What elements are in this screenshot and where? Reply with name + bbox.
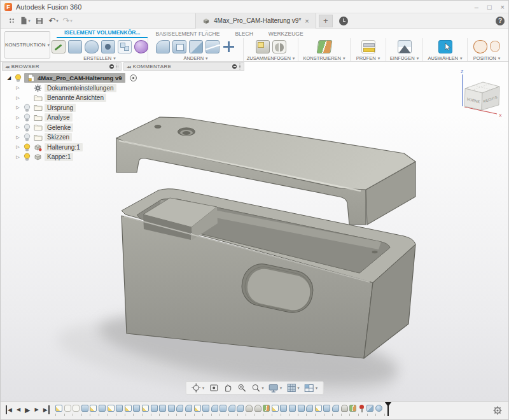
visibility-bulb-icon[interactable] bbox=[15, 74, 22, 82]
revolve-icon[interactable] bbox=[85, 40, 99, 53]
create-dropdown[interactable]: ERSTELLEN▾ bbox=[83, 55, 115, 61]
timeline-feature-fillet-icon[interactable] bbox=[306, 405, 313, 412]
viewports-button[interactable]: ▾ bbox=[304, 384, 318, 393]
panel-resize-grip[interactable] bbox=[239, 64, 241, 69]
construct-dropdown[interactable]: KONSTRUIEREN▾ bbox=[303, 55, 345, 61]
timeline-feature-combine-icon[interactable] bbox=[366, 405, 373, 412]
shell-icon[interactable] bbox=[172, 40, 186, 53]
tree-item[interactable]: ▷ Gelenke bbox=[15, 123, 137, 133]
tree-item-label[interactable]: Halterung:1 bbox=[45, 143, 83, 151]
look-at-button[interactable] bbox=[209, 383, 218, 393]
skip-to-start-button[interactable]: ◀ bbox=[6, 405, 12, 414]
inspect-dropdown[interactable]: PRÜFEN▾ bbox=[356, 55, 380, 61]
timeline-settings-gear-icon[interactable] bbox=[493, 406, 502, 415]
combine-icon[interactable] bbox=[189, 40, 203, 53]
tree-item-label[interactable]: Ursprung bbox=[45, 104, 76, 112]
timeline-feature-extrude-icon[interactable] bbox=[81, 405, 88, 412]
insert-dropdown[interactable]: EINFÜGEN▾ bbox=[390, 55, 419, 61]
timeline-feature-extrude-icon[interactable] bbox=[159, 405, 166, 412]
modify-dropdown[interactable]: ÄNDERN▾ bbox=[183, 55, 207, 61]
select-dropdown[interactable]: AUSWÄHLEN▾ bbox=[428, 55, 462, 61]
timeline-feature-revolve-icon[interactable] bbox=[246, 405, 253, 412]
tree-item[interactable]: ▷ Skizzen bbox=[15, 132, 137, 143]
document-tab[interactable]: 4Max_Pro_CAM-Halterung v9* × bbox=[195, 13, 316, 29]
fillet-icon[interactable] bbox=[156, 40, 170, 53]
expand-arrow-icon[interactable]: ▷ bbox=[15, 115, 21, 120]
timeline-feature-fillet-icon[interactable] bbox=[332, 405, 339, 412]
visibility-bulb-icon[interactable] bbox=[24, 113, 31, 122]
timeline-feature-fillet-icon[interactable] bbox=[237, 405, 244, 412]
display-settings-button[interactable]: ▾ bbox=[268, 384, 282, 393]
step-forward-button[interactable]: ▶ bbox=[35, 405, 39, 414]
timeline-feature-extrude-icon[interactable] bbox=[280, 405, 287, 412]
pan-button[interactable] bbox=[223, 383, 232, 393]
app-grid-icon[interactable] bbox=[4, 15, 18, 27]
save-button[interactable] bbox=[32, 15, 46, 27]
tree-item[interactable]: ▷ Analyse bbox=[15, 113, 137, 123]
tree-root[interactable]: ◢ 4Max_Pro_CAM-Halterung v9 bbox=[6, 73, 137, 83]
tab-surface[interactable]: BASISELEMENT FLÄCHE bbox=[148, 31, 227, 38]
insert-image-icon[interactable] bbox=[398, 40, 412, 53]
timeline-feature-sketch-icon[interactable] bbox=[90, 405, 97, 412]
timeline-feature-extrude-icon[interactable] bbox=[220, 405, 227, 412]
maximize-button[interactable]: □ bbox=[487, 1, 492, 13]
tab-tools[interactable]: WERKZEUGE bbox=[261, 31, 311, 38]
orbit-button[interactable]: ▾ bbox=[192, 383, 205, 393]
panel-options-icon[interactable] bbox=[232, 64, 237, 69]
tree-item[interactable]: ▷ Ursprung bbox=[15, 103, 137, 113]
visibility-bulb-icon[interactable] bbox=[24, 104, 31, 112]
joint-icon[interactable] bbox=[272, 40, 286, 53]
tree-item-label[interactable]: Analyse bbox=[45, 113, 73, 122]
step-back-button[interactable]: ◀ bbox=[17, 405, 20, 414]
collapse-left-icon[interactable]: ◀◀ bbox=[127, 65, 130, 69]
construction-plane-icon[interactable] bbox=[316, 40, 332, 53]
expand-arrow-icon[interactable]: ▷ bbox=[15, 95, 21, 101]
tree-item-label[interactable]: Skizzen bbox=[45, 133, 72, 141]
position-revert-icon[interactable] bbox=[490, 41, 500, 52]
timeline-feature-extrude-icon[interactable] bbox=[133, 405, 140, 412]
timeline-feature-plane-icon[interactable] bbox=[64, 405, 71, 412]
tree-item[interactable]: ▷ Kappe:1 bbox=[15, 152, 137, 162]
create-form-icon[interactable] bbox=[134, 40, 148, 53]
timeline-feature-fillet-icon[interactable] bbox=[185, 405, 192, 412]
tab-solid[interactable]: ISELEMENT VOLUMENKÖR... bbox=[57, 29, 148, 38]
timeline-feature-sketch-icon[interactable] bbox=[142, 405, 149, 412]
timeline-feature-sketch-icon[interactable] bbox=[55, 405, 62, 412]
create-sketch-icon[interactable] bbox=[52, 40, 66, 53]
undo-button[interactable]: ↶▾ bbox=[46, 15, 60, 27]
tree-item-label[interactable]: Dokumenteinstellungen bbox=[45, 84, 116, 92]
job-status-clock-icon[interactable] bbox=[339, 17, 348, 25]
expand-arrow-icon[interactable]: ▷ bbox=[15, 155, 21, 160]
visibility-bulb-icon[interactable] bbox=[24, 123, 31, 132]
skip-to-end-button[interactable]: ▶ bbox=[43, 405, 50, 414]
tab-close-icon[interactable]: × bbox=[305, 17, 309, 25]
timeline-feature-extrude-icon[interactable] bbox=[202, 405, 209, 412]
panel-options-icon[interactable] bbox=[109, 64, 114, 69]
tree-item[interactable]: ▷ Benannte Ansichten bbox=[15, 93, 137, 103]
timeline-feature-revolve-icon[interactable] bbox=[254, 405, 261, 412]
timeline-feature-extrude-icon[interactable] bbox=[151, 405, 158, 412]
expand-arrow-icon[interactable]: ◢ bbox=[6, 75, 12, 81]
timeline-feature-fillet-icon[interactable] bbox=[211, 405, 218, 412]
timeline-feature-plane-icon[interactable] bbox=[73, 405, 80, 412]
timeline-feature-sketch-icon[interactable] bbox=[125, 405, 132, 412]
collapse-left-icon[interactable]: ◀◀ bbox=[5, 65, 9, 69]
tree-item[interactable]: ▷ Dokumenteinstellungen bbox=[15, 83, 137, 94]
help-button[interactable]: ? bbox=[496, 17, 505, 25]
file-menu-button[interactable]: ▾ bbox=[18, 15, 32, 27]
move-copy-icon[interactable] bbox=[222, 40, 236, 53]
visibility-bulb-icon[interactable] bbox=[24, 143, 31, 151]
workspace-selector-button[interactable]: KONSTRUKTION▾ bbox=[4, 31, 50, 59]
timeline-feature-extrude-icon[interactable] bbox=[289, 405, 296, 412]
visibility-bulb-icon[interactable] bbox=[24, 153, 31, 161]
timeline-feature-joint-icon[interactable] bbox=[349, 405, 356, 412]
timeline-feature-pin-icon[interactable] bbox=[358, 405, 365, 412]
viewcube[interactable]: Z X VORNE RECHTS bbox=[443, 67, 505, 122]
root-label[interactable]: 4Max_Pro_CAM-Halterung v9 bbox=[24, 73, 125, 83]
timeline-feature-extrude-icon[interactable] bbox=[99, 405, 106, 412]
timeline-feature-sketch-icon[interactable] bbox=[194, 405, 201, 412]
tree-item-label[interactable]: Gelenke bbox=[45, 123, 73, 132]
timeline-feature-sketch-icon[interactable] bbox=[272, 405, 279, 412]
expand-arrow-icon[interactable]: ▷ bbox=[15, 125, 21, 130]
timeline-feature-sketch-icon[interactable] bbox=[108, 405, 115, 412]
